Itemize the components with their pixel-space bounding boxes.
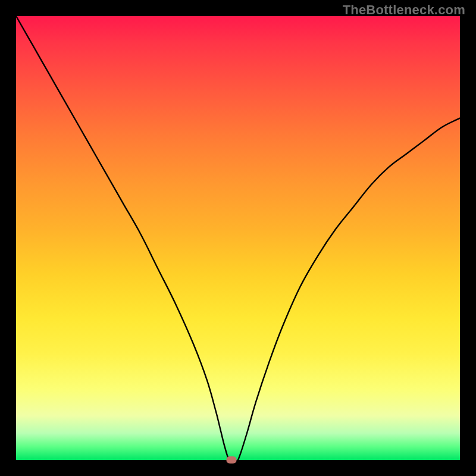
minimum-marker [226,456,236,464]
plot-area [16,16,460,460]
chart-frame: TheBottleneck.com [0,0,476,476]
watermark-text: TheBottleneck.com [343,2,465,18]
bottleneck-curve [16,16,460,460]
